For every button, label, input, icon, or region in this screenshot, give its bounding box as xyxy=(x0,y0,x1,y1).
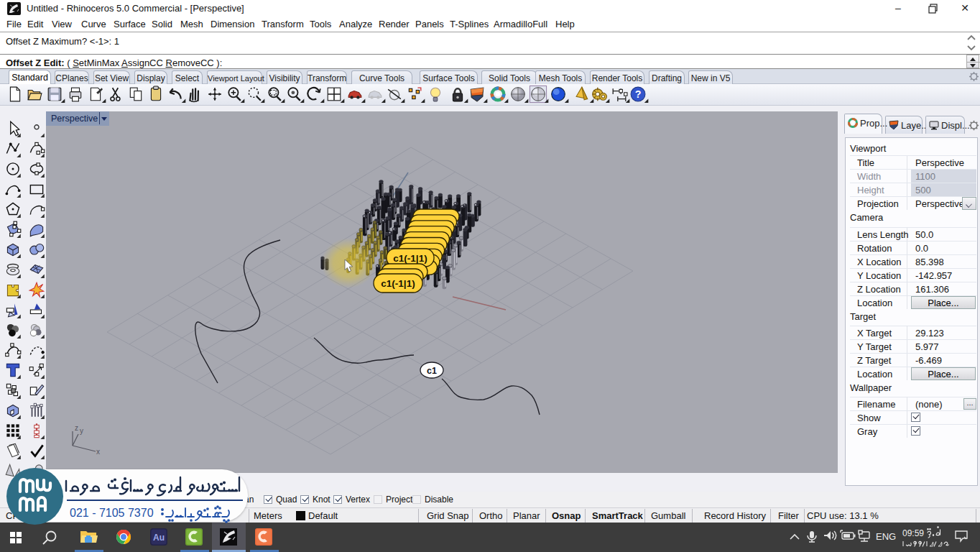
svg-text:021 - 7105 7370: 021 - 7105 7370 xyxy=(70,507,154,519)
svg-text:ENG: ENG xyxy=(876,531,896,542)
svg-text:c1(-1|1): c1(-1|1) xyxy=(381,278,415,289)
svg-text:c1(-1|1): c1(-1|1) xyxy=(393,253,427,264)
svg-text:x: x xyxy=(96,448,100,456)
svg-text:z: z xyxy=(75,424,78,432)
svg-text:09:59: 09:59 xyxy=(902,528,924,538)
svg-text:y: y xyxy=(80,427,83,435)
svg-text:?: ? xyxy=(635,88,642,100)
svg-text:Au: Au xyxy=(153,533,165,543)
svg-text:c1: c1 xyxy=(427,366,437,376)
